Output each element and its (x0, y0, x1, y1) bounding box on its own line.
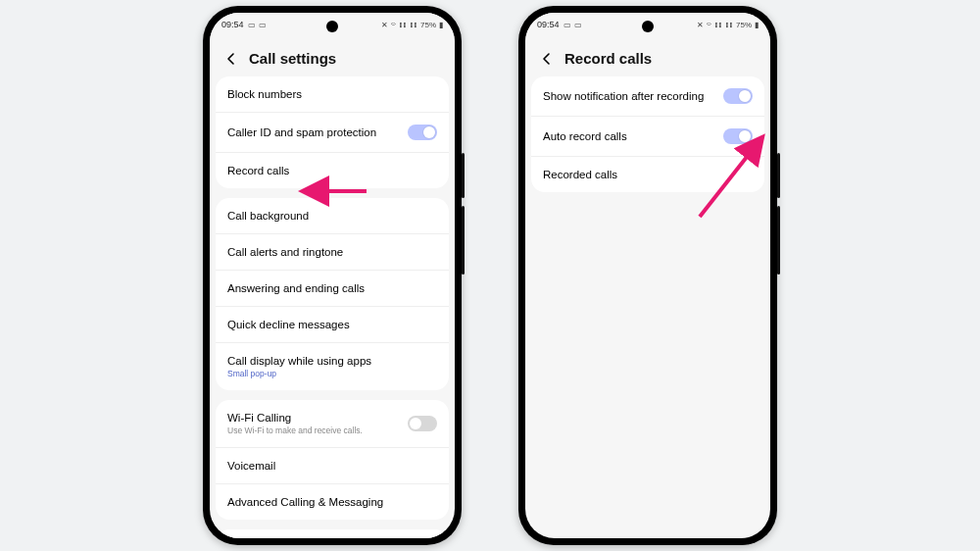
toggle-knob (739, 130, 751, 142)
front-camera (642, 21, 654, 32)
status-wifi-icon: ⌔ (391, 21, 396, 29)
side-button (777, 153, 780, 198)
settings-group: Block numbersCaller ID and spam protecti… (216, 76, 449, 188)
settings-row-record-calls[interactable]: Record calls (216, 153, 449, 188)
row-text: Quick decline messages (227, 319, 350, 330)
status-battery-icon: ▮ (755, 21, 759, 29)
page-header: Record calls (525, 36, 770, 76)
row-text: Call display while using appsSmall pop-u… (227, 355, 371, 378)
back-button[interactable] (539, 51, 555, 67)
status-picture-icon: ▭ (248, 21, 256, 29)
back-button[interactable] (223, 51, 239, 67)
row-text: Recorded calls (543, 169, 617, 180)
status-signal-icon: ⫿⫿ (399, 21, 407, 29)
status-battery-icon: ▮ (439, 21, 443, 29)
row-label: Wi-Fi Calling (227, 412, 363, 424)
phone-right: 09:54 ▭ ▭ ✕ ⌔ ⫿⫿ ⫿⫿ 75% ▮ Record calls S… (518, 6, 777, 545)
row-label: Quick decline messages (227, 319, 350, 330)
page-title: Call settings (249, 50, 336, 67)
row-label: Auto record calls (543, 130, 627, 142)
side-button (777, 206, 780, 275)
settings-row-auto-record-calls[interactable]: Auto record calls (531, 117, 764, 157)
settings-row-advanced-calling-messaging[interactable]: Advanced Calling & Messaging (216, 484, 449, 520)
settings-group: Show notification after recordingAuto re… (531, 76, 764, 192)
row-text: Wi-Fi CallingUse Wi-Fi to make and recei… (227, 412, 363, 435)
status-time: 09:54 (221, 20, 244, 29)
row-label: Show notification after recording (543, 90, 704, 102)
settings-row-recorded-calls[interactable]: Recorded calls (531, 157, 764, 192)
row-text: Auto record calls (543, 130, 627, 142)
row-text: Call background (227, 210, 309, 222)
row-text: Record calls (227, 165, 289, 176)
status-wifi-icon: ⌔ (707, 21, 711, 29)
row-text: Advanced Calling & Messaging (227, 496, 383, 508)
settings-list: Block numbersCaller ID and spam protecti… (210, 76, 455, 538)
toggle-knob (410, 418, 421, 429)
toggle-switch[interactable] (723, 88, 753, 104)
settings-list: Show notification after recordingAuto re… (525, 76, 770, 538)
settings-group: Wi-Fi CallingUse Wi-Fi to make and recei… (216, 400, 449, 520)
status-cards-icon: ▭ (259, 21, 267, 29)
front-camera (326, 21, 338, 32)
settings-row-call-display-while-using-apps[interactable]: Call display while using appsSmall pop-u… (216, 343, 449, 390)
settings-row-caller-id-and-spam-protection[interactable]: Caller ID and spam protection (216, 113, 449, 153)
row-subtext: Use Wi-Fi to make and receive calls. (227, 426, 363, 435)
row-label: Call display while using apps (227, 355, 371, 367)
status-picture-icon: ▭ (564, 21, 571, 29)
settings-group: Call backgroundCall alerts and ringtoneA… (216, 198, 449, 390)
row-label: Call background (227, 210, 309, 222)
toggle-switch[interactable] (408, 125, 437, 140)
side-button (462, 153, 465, 198)
status-mute-icon: ✕ (697, 21, 704, 29)
row-text: Caller ID and spam protection (227, 126, 376, 138)
status-battery-text: 75% (736, 21, 752, 29)
row-label: Advanced Calling & Messaging (227, 496, 383, 508)
status-signal-icon: ⫿⫿ (725, 21, 733, 29)
phone-left: 09:54 ▭ ▭ ✕ ⌔ ⫿⫿ ⫿⫿ 75% ▮ Call settings … (203, 6, 462, 545)
toggle-switch[interactable] (408, 416, 437, 431)
row-subtext: Small pop-up (227, 369, 371, 378)
side-button (462, 206, 465, 275)
row-label: Answering and ending calls (227, 282, 365, 294)
settings-row-wi-fi-calling[interactable]: Wi-Fi CallingUse Wi-Fi to make and recei… (216, 400, 449, 448)
page-header: Call settings (210, 36, 455, 76)
settings-row-answering-and-ending-calls[interactable]: Answering and ending calls (216, 271, 449, 307)
row-label: Caller ID and spam protection (227, 126, 376, 138)
row-text: Show notification after recording (543, 90, 704, 102)
row-label: Recorded calls (543, 169, 617, 180)
toggle-switch[interactable] (723, 128, 753, 144)
status-battery-text: 75% (420, 21, 436, 29)
settings-row-call-alerts-and-ringtone[interactable]: Call alerts and ringtone (216, 234, 449, 271)
status-time: 09:54 (537, 20, 560, 29)
settings-row-supplementary-services[interactable]: Supplementary services (216, 529, 449, 538)
row-text: Voicemail (227, 460, 275, 472)
status-mute-icon: ✕ (381, 21, 388, 29)
toggle-knob (423, 126, 435, 138)
settings-row-quick-decline-messages[interactable]: Quick decline messages (216, 307, 449, 343)
row-text: Call alerts and ringtone (227, 246, 343, 258)
settings-row-call-background[interactable]: Call background (216, 198, 449, 234)
screen: 09:54 ▭ ▭ ✕ ⌔ ⫿⫿ ⫿⫿ 75% ▮ Record calls S… (525, 13, 770, 538)
settings-row-show-notification-after-recording[interactable]: Show notification after recording (531, 76, 764, 117)
settings-group: Supplementary services (216, 529, 449, 538)
row-text: Block numbers (227, 88, 302, 100)
row-label: Call alerts and ringtone (227, 246, 343, 258)
toggle-knob (739, 90, 751, 102)
row-label: Block numbers (227, 88, 302, 100)
settings-row-voicemail[interactable]: Voicemail (216, 448, 449, 484)
settings-row-block-numbers[interactable]: Block numbers (216, 76, 449, 113)
row-text: Answering and ending calls (227, 282, 365, 294)
screen: 09:54 ▭ ▭ ✕ ⌔ ⫿⫿ ⫿⫿ 75% ▮ Call settings … (210, 13, 455, 538)
status-signal-icon: ⫿⫿ (410, 21, 417, 29)
row-label: Record calls (227, 165, 289, 176)
status-cards-icon: ▭ (574, 21, 582, 29)
row-label: Voicemail (227, 460, 275, 472)
status-signal-icon: ⫿⫿ (714, 21, 722, 29)
page-title: Record calls (564, 50, 652, 67)
